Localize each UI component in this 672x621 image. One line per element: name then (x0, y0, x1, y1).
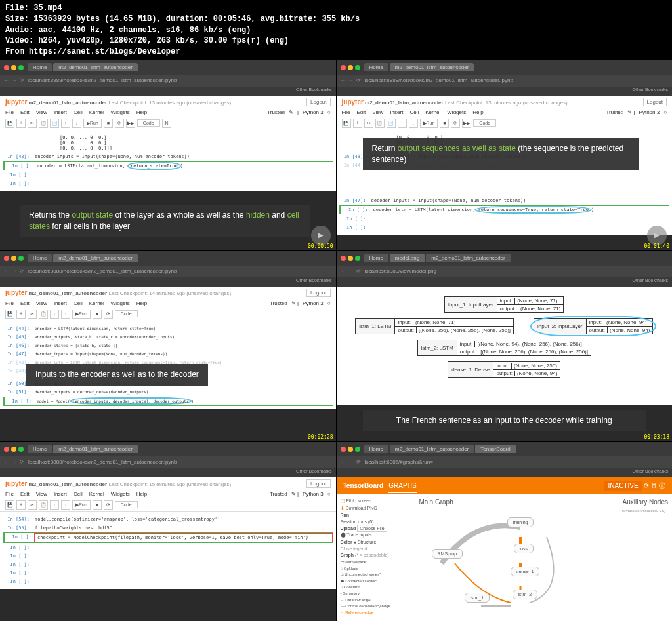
thumbnail-3: Homem2_demo01_lstm_autoencoder ←→⟳localh… (0, 251, 336, 441)
layer-dense: dense_1: Denseinput:(None, None, 256)out… (448, 361, 560, 378)
reload-icon[interactable]: ⟳ (644, 482, 649, 489)
node-rmsprop[interactable]: RMSprop (432, 549, 463, 559)
command-icon[interactable]: ⌘ (162, 119, 171, 128)
checkpoint-text: Last Checkpoint: 13 minutes ago (unsaved… (108, 100, 231, 106)
tab-notebook[interactable]: m2_demo01_lstm_autoencoder (53, 63, 138, 71)
minimize-icon[interactable] (11, 65, 16, 70)
node-lstm1[interactable]: lstm_1 (465, 593, 490, 603)
tab-notebook[interactable]: m2_demo01_lstm_autoencoder (390, 63, 474, 71)
tab-model[interactable]: model.png (390, 254, 425, 262)
cell-code[interactable]: encoder = LSTM(latent_dimension, return_… (34, 162, 333, 170)
file-name: File: 35.mp4 (5, 3, 667, 14)
notebook-title[interactable]: m2_demo01_lstm_autoencoder (29, 100, 108, 106)
bookmarks-bar[interactable]: Other Bookmarks (337, 87, 673, 96)
maximize-icon[interactable] (355, 65, 360, 70)
cell-type-select[interactable]: Code (137, 119, 160, 127)
down-icon[interactable]: ↓ (72, 119, 81, 128)
caption-overlay: The French sentence as an input to the d… (363, 410, 646, 431)
node-training[interactable]: training (507, 517, 534, 527)
tab-graphs[interactable]: GRAPHS (388, 482, 416, 493)
node-loss[interactable]: loss (514, 544, 534, 553)
url-text: localhost:8888/view/model.png (365, 268, 436, 274)
up-icon[interactable]: ↑ (61, 119, 70, 128)
download-icon[interactable]: ⬇ (341, 506, 345, 510)
notebook-body: [0. 0. ... 0. 0.] [0. 0. ... 0. 0.] [0. … (0, 130, 336, 191)
layer-input2-circled: input_2: InputLayerinput:(None, None, 94… (534, 318, 653, 334)
menu-edit[interactable]: Edit (20, 110, 30, 115)
close-icon[interactable] (4, 65, 9, 70)
forward-icon[interactable]: → (348, 77, 354, 83)
cut-icon[interactable]: ✂ (28, 119, 37, 128)
timestamp: 00:03:18 (644, 434, 669, 440)
play-icon[interactable]: ▶ (647, 226, 667, 245)
timestamp: 00:02:28 (308, 434, 333, 440)
edit-icon[interactable]: ✎ (289, 110, 293, 115)
menu-cell[interactable]: Cell (74, 110, 83, 115)
browser-tab-bar: Home m2_demo01_lstm_autoencoder (0, 60, 336, 75)
bookmarks-bar[interactable]: Other Bookmarks (0, 87, 336, 96)
node-dense[interactable]: dense_1 (511, 567, 540, 576)
thumbnail-2: Homem2_demo01_lstm_autoencoder ←→⟳localh… (337, 60, 673, 250)
menu-file[interactable]: File (5, 110, 14, 115)
fastforward-icon[interactable]: ▶▶ (126, 119, 135, 128)
file-audio: Audio: aac, 44100 Hz, 2 channels, s16, 8… (5, 25, 667, 36)
thumbnail-4: Homemodel.pngm2_demo01_lstm_autoencoder … (337, 251, 673, 441)
cell-code[interactable]: encoder_inputs = Input(shape=(None, num_… (32, 153, 333, 161)
menu-help[interactable]: Help (136, 110, 147, 115)
file-source: From https://sanet.st/blogs/Developer (5, 47, 667, 58)
tensorboard-graph[interactable]: Main Graph Auxiliary Nodes is/variable/I… (415, 494, 673, 621)
save-icon[interactable]: 💾 (5, 119, 14, 128)
menu-widgets[interactable]: Widgets (111, 110, 130, 115)
menu-kernel[interactable]: Kernel (89, 110, 104, 115)
add-cell-icon[interactable]: + (16, 119, 26, 128)
menu-view[interactable]: View (36, 110, 47, 115)
kernel-name[interactable]: Python 3 (303, 110, 324, 115)
reload-icon[interactable]: ⟳ (20, 77, 24, 83)
maximize-icon[interactable] (18, 65, 24, 70)
address-bar[interactable]: ←→⟳ localhost:8888/notebooks/m2_demo01_l… (0, 75, 336, 87)
cell-prompt: In [ ]: (3, 171, 32, 179)
file-video: Video: h264, yuv420p, 1280x720, 263 kb/s… (5, 35, 667, 47)
inactive-badge[interactable]: INACTIVE (604, 481, 642, 491)
timestamp: 00:01:40 (644, 243, 669, 249)
choose-file-button[interactable]: Choose File (357, 525, 387, 532)
file-size: Size: 15363929 bytes (14.65 MiB), durati… (5, 14, 667, 25)
tensorboard-header: TensorBoard GRAPHS INACTIVE ⟳ ⚙ ⓘ (337, 477, 673, 494)
settings-icon[interactable]: ⚙ (651, 482, 657, 489)
stop-icon[interactable]: ■ (104, 119, 113, 128)
fit-icon[interactable]: ⬚ (341, 498, 345, 503)
trusted-badge: Trusted (267, 110, 285, 115)
layer-lstm2: lstm_2: LSTMinput:[(None, None, 94), (No… (417, 340, 591, 356)
menu-insert[interactable]: Insert (54, 110, 67, 115)
output-text: [0. 0. ... 0. 0.] [0. 0. ... 0. 0.] [0. … (32, 134, 333, 152)
highlighted-code[interactable]: checkpoint = ModelCheckpoint(filepath, m… (34, 533, 333, 542)
annotation-circle: return_state=True (127, 162, 181, 170)
toggle-icon[interactable]: ⬤ (341, 532, 346, 537)
logout-button[interactable]: Logout (643, 98, 667, 106)
forward-icon[interactable]: → (12, 77, 17, 83)
cell-prompt: In [43]: (3, 153, 32, 161)
aux-node-init[interactable]: is/variable/Initialize(0-16) (622, 509, 665, 513)
run-button[interactable]: ▶ Run (83, 119, 102, 128)
reload-icon[interactable]: ⟳ (356, 77, 361, 83)
caption-overlay: Inputs to the encoder as well as to the … (26, 364, 208, 386)
cell-prompt: In [ ]: (5, 162, 34, 170)
back-icon[interactable]: ← (4, 77, 9, 83)
node-lstm2[interactable]: lstm_2 (513, 590, 538, 599)
logout-button[interactable]: Logout (306, 98, 330, 106)
copy-icon[interactable]: 📋 (39, 119, 48, 128)
caption-overlay: Return output sequences as well as state… (363, 138, 640, 170)
tab-home[interactable]: Home (28, 63, 52, 71)
paste-icon[interactable]: 📄 (50, 119, 59, 128)
play-icon[interactable]: ▶ (311, 226, 331, 245)
back-icon[interactable]: ← (341, 77, 346, 83)
tab-tensorboard[interactable]: TensorBoard (475, 445, 515, 453)
restart-icon[interactable]: ⟳ (115, 119, 124, 128)
minimize-icon[interactable] (348, 65, 353, 70)
tab-home[interactable]: Home (364, 63, 388, 71)
info-icon[interactable]: ⓘ (659, 482, 665, 489)
thumbnail-1: Home m2_demo01_lstm_autoencoder ←→⟳ loca… (0, 60, 336, 250)
close-icon[interactable] (341, 65, 346, 70)
url-text: localhost:8888/notebooks/m2_demo01_lstm_… (28, 77, 177, 83)
tensorboard-sidebar: ⬚ Fit to screen ⬇ Download PNG Run Sessi… (337, 494, 415, 621)
